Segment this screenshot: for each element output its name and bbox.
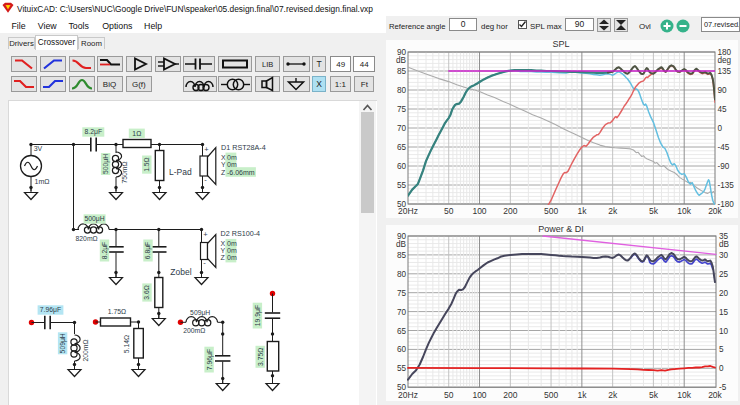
svg-text:20: 20 [719, 289, 729, 298]
svg-text:Power & DI: Power & DI [538, 224, 584, 234]
svg-text:1k: 1k [577, 390, 587, 400]
svg-text:70: 70 [397, 308, 407, 317]
svg-text:20Hz: 20Hz [398, 390, 418, 400]
svg-text:85: 85 [397, 251, 407, 260]
svg-text:50: 50 [444, 390, 454, 400]
svg-text:25: 25 [719, 270, 729, 279]
svg-text:30: 30 [719, 251, 729, 260]
svg-text:10k: 10k [677, 390, 691, 400]
svg-text:80: 80 [397, 270, 407, 279]
svg-text:55: 55 [397, 364, 407, 373]
svg-text:100: 100 [472, 390, 486, 400]
svg-text:60: 60 [397, 345, 407, 354]
svg-text:500: 500 [544, 390, 558, 400]
svg-text:65: 65 [397, 327, 407, 336]
svg-text:2k: 2k [608, 390, 618, 400]
svg-text:10: 10 [719, 327, 729, 336]
svg-text:0: 0 [719, 364, 724, 373]
svg-text:5k: 5k [649, 390, 659, 400]
svg-text:15: 15 [719, 308, 729, 317]
svg-text:75: 75 [397, 289, 407, 298]
svg-text:dB: dB [396, 240, 407, 249]
svg-text:20k: 20k [708, 390, 722, 400]
svg-text:dB: dB [719, 240, 730, 249]
svg-text:200: 200 [503, 390, 517, 400]
svg-text:5: 5 [719, 345, 724, 354]
